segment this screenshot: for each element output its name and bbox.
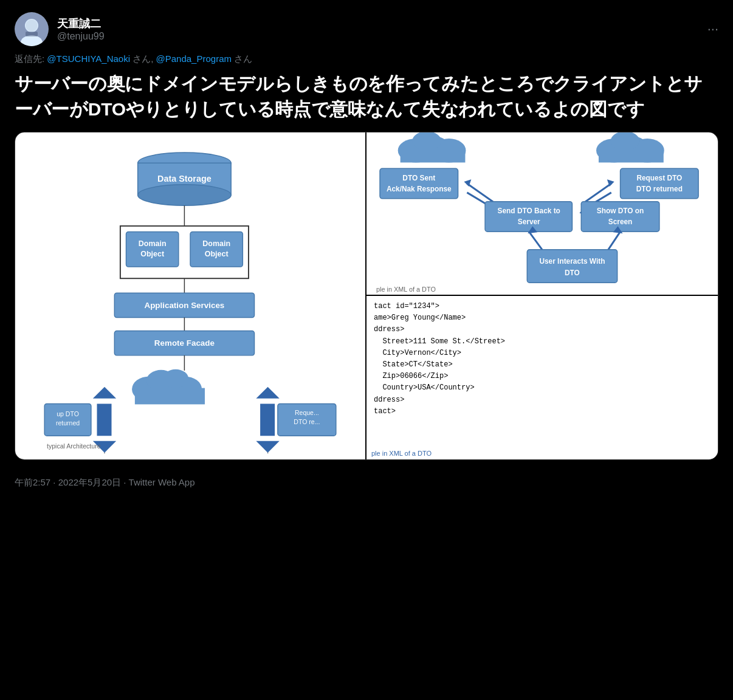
svg-marker-36	[97, 403, 112, 436]
xml-line-10: tact>	[374, 406, 711, 417]
dto-flow-svg: DTO Sent Ack/Nak Response Request DTO DT…	[366, 132, 718, 295]
xml-line-6: State>CT</State>	[374, 359, 711, 371]
svg-text:DTO Sent: DTO Sent	[402, 174, 435, 182]
svg-rect-58	[599, 149, 664, 163]
svg-text:ple in XML of a DTO: ple in XML of a DTO	[376, 286, 436, 293]
reply-san1: さん,	[132, 53, 153, 64]
svg-rect-53	[401, 149, 466, 163]
mention-2[interactable]: @Panda_Program	[156, 53, 232, 64]
xml-line-2: ame>Greg Young</Name>	[374, 312, 711, 324]
reply-to: 返信先: @TSUCHIYA_Naoki さん, @Panda_Program …	[15, 53, 718, 65]
xml-label: ple in XML of a DTO	[371, 450, 432, 457]
svg-point-7	[138, 185, 231, 206]
svg-text:Data Storage: Data Storage	[157, 174, 212, 184]
svg-text:Ack/Nak Response: Ack/Nak Response	[387, 185, 452, 193]
svg-text:Remote Facade: Remote Facade	[154, 338, 215, 348]
svg-text:Server: Server	[518, 218, 540, 226]
left-diagram: Data Storage Domain Object Domain Object…	[15, 132, 366, 459]
svg-text:Application Services: Application Services	[144, 301, 224, 310]
right-diagrams: DTO Sent Ack/Nak Response Request DTO DT…	[366, 132, 718, 459]
svg-text:up DTO: up DTO	[57, 410, 79, 417]
svg-marker-39	[260, 403, 275, 436]
reply-san2: さん	[234, 53, 252, 64]
mention-1[interactable]: @TSUCHIYA_Naoki	[47, 53, 130, 64]
svg-text:Domain: Domain	[202, 239, 230, 248]
svg-text:Request DTO: Request DTO	[636, 174, 682, 182]
avatar[interactable]	[15, 12, 49, 46]
svg-text:DTO: DTO	[565, 269, 580, 277]
svg-text:Object: Object	[205, 250, 229, 258]
xml-line-4: Street>111 Some St.</Street>	[374, 336, 711, 348]
username: @tenjuu99	[57, 31, 105, 42]
user-info-section: 天重誠二 @tenjuu99	[15, 12, 105, 46]
svg-rect-85	[527, 250, 617, 283]
svg-text:typical Architecture: typical Architecture	[47, 442, 101, 450]
timestamp: 午前2:57 · 2022年5月20日 · Twitter Web App	[15, 470, 718, 501]
svg-marker-37	[93, 387, 116, 399]
architecture-diagram: Data Storage Domain Object Domain Object…	[21, 139, 359, 453]
user-details: 天重誠二 @tenjuu99	[57, 16, 105, 42]
svg-point-3	[26, 19, 38, 32]
xml-line-7: Zip>06066</Zip>	[374, 371, 711, 382]
svg-text:Domain: Domain	[139, 239, 167, 248]
xml-line-5: City>Vernon</City>	[374, 348, 711, 359]
dto-diagram: DTO Sent Ack/Nak Response Request DTO DT…	[366, 132, 718, 296]
xml-line-8: Country>USA</Country>	[374, 382, 711, 394]
reply-prefix: 返信先:	[15, 53, 44, 64]
svg-line-79	[529, 232, 542, 250]
svg-line-81	[608, 232, 621, 250]
tweet-text: サーバーの奥にドメインモデルらしきものを作ってみたところでクライアントとサーバー…	[15, 71, 718, 122]
svg-rect-29	[135, 388, 205, 405]
svg-text:Show DTO on: Show DTO on	[597, 207, 644, 216]
svg-text:Reque...: Reque...	[295, 409, 319, 416]
svg-rect-4	[26, 32, 38, 36]
svg-text:returned: returned	[56, 419, 80, 427]
svg-rect-76	[581, 202, 659, 232]
svg-text:Object: Object	[140, 250, 164, 258]
svg-text:User Interacts With: User Interacts With	[539, 257, 605, 266]
xml-line-1: tact id="1234">	[374, 301, 711, 312]
svg-text:DTO re...: DTO re...	[294, 418, 320, 425]
image-container: Data Storage Domain Object Domain Object…	[15, 132, 718, 460]
svg-point-28	[163, 369, 188, 388]
svg-marker-40	[256, 387, 279, 399]
svg-text:DTO returned: DTO returned	[636, 185, 683, 193]
more-button[interactable]: ···	[707, 21, 718, 37]
svg-rect-59	[380, 168, 458, 198]
svg-marker-41	[256, 441, 279, 453]
svg-rect-62	[621, 168, 699, 198]
xml-content-area: tact id="1234"> ame>Greg Young</Name> dd…	[366, 296, 718, 459]
display-name: 天重誠二	[57, 16, 105, 31]
svg-rect-73	[485, 202, 572, 232]
svg-text:Send DTO Back to: Send DTO Back to	[498, 207, 560, 216]
xml-display: tact id="1234"> ame>Greg Young</Name> dd…	[366, 296, 718, 459]
tweet-header: 天重誠二 @tenjuu99 ···	[15, 12, 718, 46]
svg-text:Screen: Screen	[608, 218, 633, 226]
tweet-container: 天重誠二 @tenjuu99 ··· 返信先: @TSUCHIYA_Naoki …	[0, 0, 733, 501]
xml-line-3: ddress>	[374, 324, 711, 335]
xml-line-9: ddress>	[374, 394, 711, 406]
